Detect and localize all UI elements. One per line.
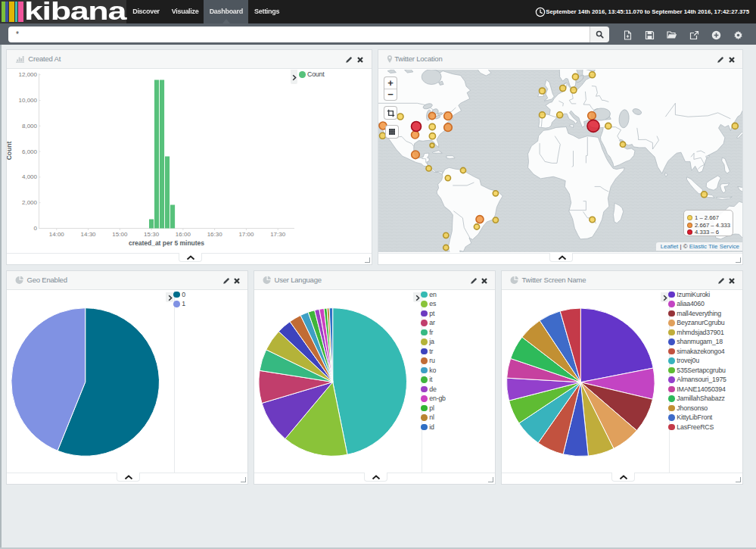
svg-text:17:00: 17:00 — [238, 231, 254, 238]
svg-text:8,000: 8,000 — [22, 123, 38, 129]
svg-text:created_at per 5 minutes: created_at per 5 minutes — [129, 239, 204, 247]
svg-text:16:00: 16:00 — [176, 231, 191, 238]
svg-text:14:30: 14:30 — [81, 231, 97, 238]
svg-text:17:30: 17:30 — [270, 231, 286, 238]
svg-text:4,000: 4,000 — [22, 173, 38, 180]
svg-text:14:00: 14:00 — [49, 231, 65, 238]
svg-text:10,000: 10,000 — [19, 97, 38, 104]
svg-text:16:30: 16:30 — [207, 231, 223, 238]
svg-text:0: 0 — [34, 225, 38, 232]
svg-text:Count: Count — [7, 142, 13, 161]
svg-text:2,000: 2,000 — [22, 199, 38, 206]
svg-text:6,000: 6,000 — [22, 148, 38, 155]
svg-text:15:00: 15:00 — [112, 231, 128, 238]
svg-text:12,000: 12,000 — [19, 71, 38, 78]
svg-text:15:30: 15:30 — [144, 231, 160, 238]
